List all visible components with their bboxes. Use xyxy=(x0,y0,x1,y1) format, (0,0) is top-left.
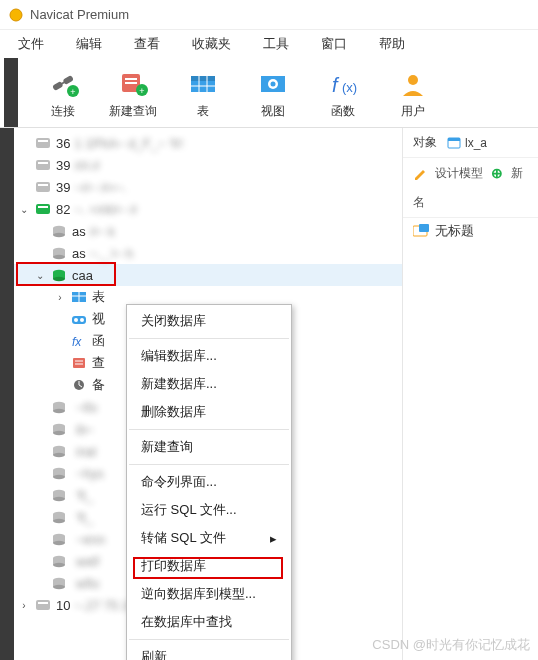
connect-icon: + xyxy=(28,65,98,101)
function-icon: f(x) xyxy=(308,65,378,101)
blurred-text: ~lfo xyxy=(76,400,97,415)
list-item[interactable]: 无标题 xyxy=(403,218,538,244)
menu-item-label: 编辑数据库... xyxy=(141,347,217,365)
chevron-down-icon[interactable]: ⌄ xyxy=(34,270,46,281)
tree-label: 查 xyxy=(92,354,105,372)
toolbar-label: 用户 xyxy=(378,103,448,120)
blurred-text: 'ft_ xyxy=(76,488,93,503)
menu-item-label: 新建查询 xyxy=(141,438,193,456)
menu-item[interactable]: 关闭数据库 xyxy=(127,307,291,335)
qry-icon xyxy=(70,355,88,371)
tree-label: 函 xyxy=(92,332,105,350)
menu-item-label: 打印数据库 xyxy=(141,557,206,575)
svg-point-44 xyxy=(80,318,84,322)
toolbar-connect-button[interactable]: +连接 xyxy=(28,65,98,120)
menu-separator xyxy=(129,464,289,465)
svg-text:+: + xyxy=(70,87,75,97)
svg-point-55 xyxy=(53,431,65,435)
blurred-text: wflo xyxy=(76,576,99,591)
toolbar-view-button[interactable]: 视图 xyxy=(238,65,308,120)
svg-rect-82 xyxy=(419,224,429,232)
chevron-right-icon[interactable]: › xyxy=(18,600,30,611)
menu-item[interactable]: 编辑数据库... xyxy=(127,342,291,370)
blurred-text: ib~ xyxy=(76,422,94,437)
db-gray-icon xyxy=(50,509,68,525)
conn-gray-icon xyxy=(34,597,52,613)
menu-item[interactable]: 打印数据库 xyxy=(127,552,291,580)
design-model-button[interactable]: 设计模型 xyxy=(435,165,483,182)
menu-item[interactable]: 删除数据库 xyxy=(127,398,291,426)
pencil-icon[interactable] xyxy=(413,166,427,180)
tree-row[interactable]: as#~ k xyxy=(14,220,402,242)
svg-point-73 xyxy=(53,563,65,567)
menu-帮助[interactable]: 帮助 xyxy=(365,31,419,57)
tree-row[interactable]: 361 1PhA~ d_F_~ 'fr! xyxy=(14,132,402,154)
plus-icon[interactable]: ⊕ xyxy=(491,165,503,181)
blurred-text: 'ft_ xyxy=(76,510,93,525)
svg-point-0 xyxy=(10,9,22,21)
menu-item[interactable]: 命令列界面... xyxy=(127,468,291,496)
tab-objects[interactable]: 对象 xyxy=(413,134,437,151)
tree-row[interactable]: ⌄caa xyxy=(14,264,402,286)
blurred-text: ~._ l~ h xyxy=(90,246,133,261)
svg-rect-1 xyxy=(52,81,64,91)
toolbar-label: 新建查询 xyxy=(98,103,168,120)
menu-item[interactable]: 运行 SQL 文件... xyxy=(127,496,291,524)
svg-rect-23 xyxy=(38,140,48,142)
item-label: 无标题 xyxy=(435,222,474,240)
menu-窗口[interactable]: 窗口 xyxy=(307,31,361,57)
menu-item[interactable]: 新建查询 xyxy=(127,433,291,461)
conn-green-icon xyxy=(34,201,52,217)
svg-point-67 xyxy=(53,519,65,523)
db-gray-icon xyxy=(50,223,68,239)
db-green-icon xyxy=(50,267,68,283)
menu-item[interactable]: 逆向数据库到模型... xyxy=(127,580,291,608)
menu-文件[interactable]: 文件 xyxy=(4,31,58,57)
toolbar-user-button[interactable]: 用户 xyxy=(378,65,448,120)
db-gray-icon xyxy=(50,465,68,481)
menu-编辑[interactable]: 编辑 xyxy=(62,31,116,57)
new-button[interactable]: 新 xyxy=(511,165,523,182)
chevron-right-icon[interactable]: › xyxy=(54,292,66,303)
tree-row[interactable]: as~._ l~ h xyxy=(14,242,402,264)
column-header-name: 名 xyxy=(403,188,538,218)
menu-item-label: 删除数据库 xyxy=(141,403,206,421)
toolbar-table-button[interactable]: 表 xyxy=(168,65,238,120)
menu-查看[interactable]: 查看 xyxy=(120,31,174,57)
menu-item-label: 命令列界面... xyxy=(141,473,217,491)
menu-separator xyxy=(129,639,289,640)
blurred-text: #~ k xyxy=(90,224,115,239)
app-logo-icon xyxy=(8,7,24,23)
svg-rect-78 xyxy=(38,602,48,604)
tree-label: 10 xyxy=(56,598,70,613)
menu-item[interactable]: 在数据库中查找 xyxy=(127,608,291,636)
menu-收藏夹[interactable]: 收藏夹 xyxy=(178,31,245,57)
svg-point-70 xyxy=(53,541,65,545)
menu-item[interactable]: 转储 SQL 文件▸ xyxy=(127,524,291,552)
svg-rect-8 xyxy=(125,82,137,84)
svg-rect-25 xyxy=(38,162,48,164)
svg-rect-29 xyxy=(38,206,48,208)
blurred-text: ~#~ #=~. xyxy=(74,180,126,195)
tab-model[interactable]: lx_a xyxy=(447,136,487,150)
toolbar-newquery-button[interactable]: +新建查询 xyxy=(98,65,168,120)
svg-rect-22 xyxy=(36,138,50,148)
tree-row[interactable]: 39##.# xyxy=(14,154,402,176)
tree-label: 36 xyxy=(56,136,70,151)
menu-工具[interactable]: 工具 xyxy=(249,31,303,57)
window-title: Navicat Premium xyxy=(30,7,129,22)
svg-text:f: f xyxy=(332,74,340,96)
menu-item[interactable]: 新建数据库... xyxy=(127,370,291,398)
svg-point-32 xyxy=(53,233,65,237)
toolbar-function-button[interactable]: f(x)函数 xyxy=(308,65,378,120)
chevron-down-icon[interactable]: ⌄ xyxy=(18,204,30,215)
svg-rect-26 xyxy=(36,182,50,192)
svg-rect-7 xyxy=(125,78,137,80)
table-icon xyxy=(168,65,238,101)
toolbar-label: 视图 xyxy=(238,103,308,120)
tree-row[interactable]: ⌄82~. +#4#~ # xyxy=(14,198,402,220)
tree-label: 82 xyxy=(56,202,70,217)
tree-row[interactable]: 39~#~ #=~. xyxy=(14,176,402,198)
user-icon xyxy=(378,65,448,101)
menu-item[interactable]: 刷新 xyxy=(127,643,291,660)
